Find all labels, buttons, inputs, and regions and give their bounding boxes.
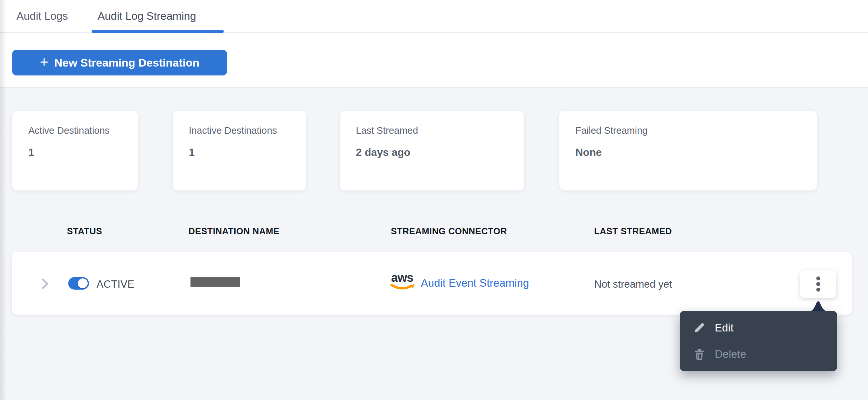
new-streaming-destination-label: New Streaming Destination bbox=[54, 56, 199, 69]
action-bar: + New Streaming Destination bbox=[0, 33, 868, 88]
kebab-menu-icon bbox=[816, 276, 820, 292]
stat-value: 2 days ago bbox=[356, 146, 410, 158]
active-tab-underline bbox=[92, 30, 224, 33]
tab-audit-logs[interactable]: Audit Logs bbox=[17, 0, 68, 32]
row-actions-button[interactable] bbox=[800, 270, 836, 298]
connector-link[interactable]: Audit Event Streaming bbox=[421, 277, 529, 289]
menu-item-label: Delete bbox=[715, 348, 746, 361]
menu-item-delete: Delete bbox=[680, 341, 837, 367]
column-header-status: STATUS bbox=[67, 226, 102, 237]
expand-row-chevron-icon[interactable] bbox=[41, 278, 50, 289]
tab-audit-log-streaming[interactable]: Audit Log Streaming bbox=[97, 0, 196, 32]
pencil-icon bbox=[693, 321, 706, 334]
menu-caret bbox=[808, 298, 829, 312]
new-streaming-destination-button[interactable]: + New Streaming Destination bbox=[12, 50, 227, 75]
stat-label: Active Destinations bbox=[28, 125, 110, 136]
stat-card-last-streamed: Last Streamed 2 days ago bbox=[340, 111, 524, 190]
column-header-streaming-connector: STREAMING CONNECTOR bbox=[391, 226, 507, 237]
row-actions-menu: Edit Delete bbox=[680, 311, 837, 371]
aws-logo-text: aws bbox=[391, 271, 413, 284]
table-row: ACTIVE aws Audit Event Streaming Not str… bbox=[12, 252, 852, 315]
stat-label: Last Streamed bbox=[356, 125, 418, 136]
stat-card-inactive-destinations: Inactive Destinations 1 bbox=[173, 111, 306, 190]
destination-name-redacted bbox=[190, 277, 240, 287]
status-badge: ACTIVE bbox=[97, 278, 134, 290]
stat-value: 1 bbox=[189, 146, 195, 158]
content-area: Active Destinations 1 Inactive Destinati… bbox=[0, 88, 868, 400]
stat-card-failed-streaming: Failed Streaming None bbox=[559, 111, 817, 190]
tab-bar: Audit Logs Audit Log Streaming bbox=[0, 0, 868, 33]
plus-icon: + bbox=[40, 55, 49, 69]
column-header-last-streamed: LAST STREAMED bbox=[594, 226, 672, 237]
audit-log-streaming-page: Audit Logs Audit Log Streaming + New Str… bbox=[0, 0, 868, 400]
stat-label: Inactive Destinations bbox=[189, 125, 277, 136]
stat-value: 1 bbox=[28, 146, 34, 158]
last-streamed-value: Not streamed yet bbox=[594, 278, 672, 290]
menu-item-label: Edit bbox=[715, 321, 734, 334]
stat-value: None bbox=[576, 146, 602, 158]
aws-logo: aws bbox=[390, 269, 416, 294]
trash-icon bbox=[693, 348, 706, 361]
status-toggle[interactable] bbox=[68, 277, 89, 289]
stat-card-active-destinations: Active Destinations 1 bbox=[12, 111, 138, 190]
toggle-knob bbox=[78, 278, 88, 288]
stat-label: Failed Streaming bbox=[576, 125, 648, 136]
menu-item-edit[interactable]: Edit bbox=[680, 315, 837, 341]
column-header-destination-name: DESTINATION NAME bbox=[188, 226, 279, 237]
